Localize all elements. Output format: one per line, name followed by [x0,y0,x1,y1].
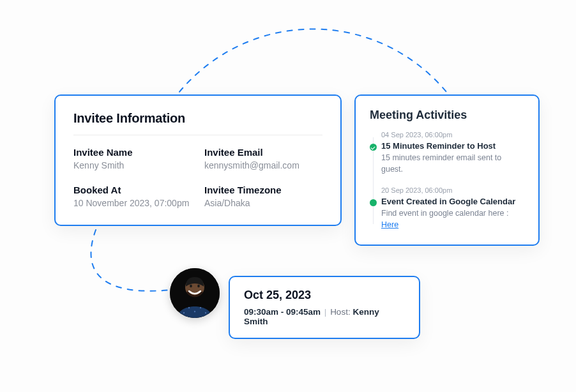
host-avatar [170,268,220,318]
svg-point-2 [188,307,190,308]
activity-desc-prefix: Find event in google calendar here : [381,209,508,218]
activity-timeline: 04 Sep 2023, 06:00pm 15 Minutes Reminder… [370,131,524,230]
invitee-timezone-value: Asia/Dhaka [204,198,322,208]
activity-description: Find event in google calendar here : Her… [381,208,524,230]
booked-at-value: 10 November 2023, 07:00pm [73,198,192,208]
divider: | [323,307,328,317]
activity-title: Event Created in Google Calendar [381,197,524,206]
svg-point-3 [200,307,201,308]
booking-date: Oct 25, 2023 [244,289,405,302]
invitee-timezone-label: Invitee Timezone [204,185,322,195]
invitee-name-value: Kenny Smith [73,160,192,170]
booked-at-block: Booked At 10 November 2023, 07:00pm [73,185,192,208]
invitee-email-label: Invitee Email [204,147,322,158]
activity-timestamp: 20 Sep 2023, 06:00pm [381,186,524,194]
booking-meta: 09:30am - 09:45am | Host: Kenny Smith [244,307,405,326]
check-circle-icon [370,144,377,151]
svg-point-5 [205,312,206,313]
calendar-event-link[interactable]: Here [381,220,398,229]
booked-at-label: Booked At [73,185,192,195]
activity-description: 15 minutes reminder email sent to guest. [381,153,524,175]
svg-point-4 [183,312,185,313]
svg-point-6 [194,311,195,312]
invitee-info-card: Invitee Information Invitee Name Kenny S… [54,94,342,226]
svg-point-7 [190,285,192,287]
invitee-timezone-block: Invitee Timezone Asia/Dhaka [204,185,322,208]
host-label: Host: [330,307,351,317]
meeting-activities-card: Meeting Activities 04 Sep 2023, 06:00pm … [354,94,540,246]
activity-item: 04 Sep 2023, 06:00pm 15 Minutes Reminder… [381,131,524,175]
invitee-name-label: Invitee Name [73,147,192,158]
invitee-email-value: kennysmith@gmail.com [204,160,322,170]
invitee-email-block: Invitee Email kennysmith@gmail.com [204,147,322,170]
dot-icon [370,199,377,206]
activity-timestamp: 04 Sep 2023, 06:00pm [381,131,524,139]
activity-item: 20 Sep 2023, 06:00pm Event Created in Go… [381,186,524,230]
booking-time-range: 09:30am - 09:45am [244,307,321,317]
invitee-info-heading: Invitee Information [73,111,322,135]
svg-point-8 [197,285,200,287]
activity-title: 15 Minutes Reminder to Host [381,141,524,151]
booking-summary-card: Oct 25, 2023 09:30am - 09:45am | Host: K… [229,276,420,339]
meeting-activities-heading: Meeting Activities [370,109,524,122]
invitee-name-block: Invitee Name Kenny Smith [73,147,192,170]
